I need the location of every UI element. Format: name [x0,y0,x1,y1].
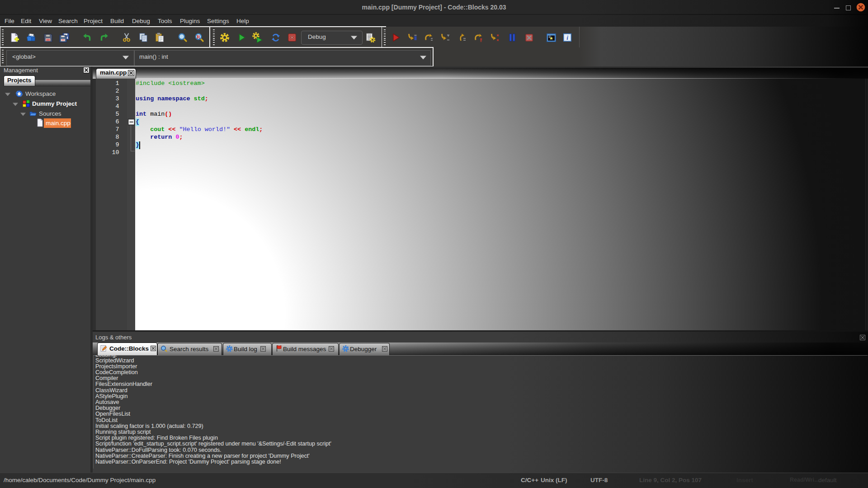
svg-text:i: i [566,34,568,41]
svg-text:R: R [197,34,201,39]
